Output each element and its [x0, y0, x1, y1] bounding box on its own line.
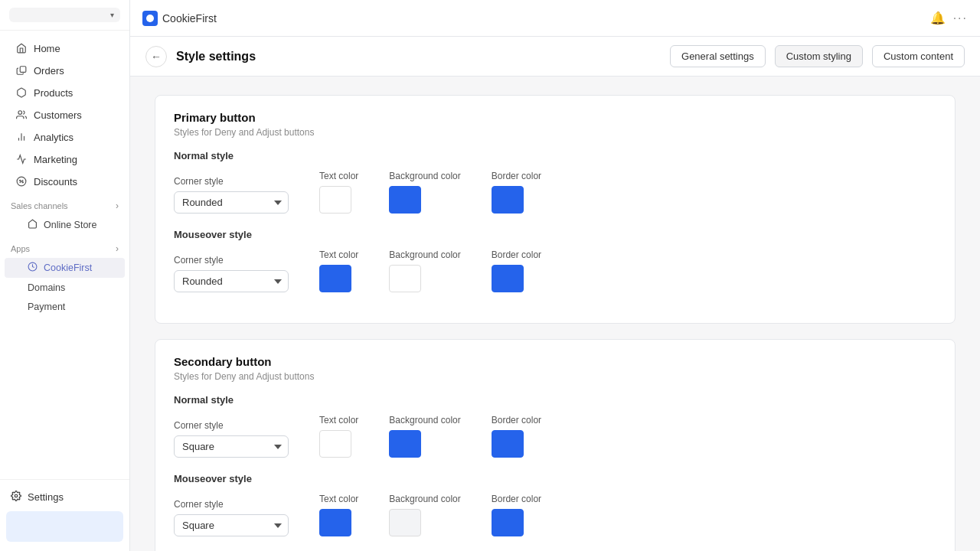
customers-icon	[15, 109, 28, 121]
secondary-normal-corner-select[interactable]: Rounded Square Pill	[174, 435, 289, 458]
secondary-mouseover-corner-field: Corner style Rounded Square Pill	[174, 499, 289, 536]
sidebar-item-online-store[interactable]: Online Store	[5, 215, 125, 235]
secondary-mouseover-border-color-swatch[interactable]	[492, 509, 524, 536]
online-store-label: Online Store	[44, 220, 96, 230]
primary-mouseover-border-color-swatch[interactable]	[492, 265, 524, 292]
primary-normal-text-color-swatch[interactable]	[319, 186, 351, 214]
sidebar-item-customers[interactable]: Customers	[5, 104, 125, 126]
secondary-normal-text-color-label: Text color	[319, 415, 358, 425]
svg-point-11	[146, 15, 154, 22]
payment-label: Payment	[28, 302, 65, 312]
primary-mouseover-style: Mouseover style Corner style Rounded Squ…	[174, 229, 936, 292]
primary-mouseover-corner-field: Corner style Rounded Square Pill	[174, 255, 289, 292]
sidebar-item-products[interactable]: Products	[5, 82, 125, 103]
primary-mouseover-text-color-swatch[interactable]	[319, 265, 351, 292]
sidebar-item-home[interactable]: Home	[5, 37, 125, 59]
secondary-mouseover-bg-color-field: Background color	[389, 494, 460, 536]
page-title: Style settings	[176, 50, 661, 64]
secondary-button-section: Secondary button Styles for Deny and Adj…	[155, 339, 956, 551]
settings-item[interactable]: Settings	[0, 486, 129, 508]
tab-custom-styling[interactable]: Custom styling	[775, 45, 863, 67]
store-selector[interactable]: ▾	[9, 8, 120, 22]
sidebar-item-domains[interactable]: Domains	[5, 279, 125, 297]
apps-expand[interactable]: ›	[116, 243, 119, 254]
primary-normal-border-color-field: Border color	[492, 171, 541, 214]
svg-rect-0	[20, 67, 26, 73]
bell-icon[interactable]: 🔔	[930, 11, 946, 25]
products-icon	[15, 86, 28, 99]
page-header: ← Style settings General settings Custom…	[130, 37, 980, 77]
back-button[interactable]: ←	[145, 46, 167, 67]
sidebar-item-label: Products	[34, 87, 73, 99]
primary-normal-border-color-swatch[interactable]	[492, 186, 524, 214]
main-content: CookieFirst 🔔 ··· ← Style settings Gener…	[130, 0, 980, 551]
sales-channels-expand[interactable]: ›	[116, 201, 119, 211]
secondary-mouseover-border-color-label: Border color	[492, 494, 541, 504]
discounts-icon	[15, 175, 28, 187]
sidebar-item-label: Orders	[34, 65, 64, 77]
sidebar-item-label: Analytics	[34, 132, 74, 143]
secondary-mouseover-bg-color-swatch[interactable]	[389, 509, 421, 536]
primary-mouseover-corner-label: Corner style	[174, 255, 289, 266]
orders-icon	[15, 64, 28, 77]
sidebar-item-cookiefirst[interactable]: CookieFirst	[5, 258, 125, 278]
sidebar-item-label: Home	[34, 43, 60, 54]
primary-mouseover-bg-color-swatch[interactable]	[389, 265, 421, 292]
domains-label: Domains	[28, 282, 65, 293]
sidebar: ▾ Home Orders Products Customers	[0, 0, 130, 551]
sidebar-item-label: Customers	[34, 109, 82, 121]
sidebar-top: ▾	[0, 0, 129, 31]
sidebar-item-discounts[interactable]: Discounts	[5, 171, 125, 192]
apps-section: Apps ›	[0, 236, 129, 257]
primary-button-subtitle: Styles for Deny and Adjust buttons	[174, 127, 936, 138]
secondary-normal-bg-color-swatch[interactable]	[389, 430, 421, 458]
sidebar-item-label: Marketing	[34, 154, 77, 165]
sidebar-item-payment[interactable]: Payment	[5, 298, 125, 316]
svg-point-10	[15, 494, 18, 497]
primary-mouseover-bg-color-field: Background color	[389, 249, 460, 292]
secondary-mouseover-text-color-field: Text color	[319, 494, 358, 536]
secondary-normal-border-color-swatch[interactable]	[492, 430, 524, 458]
secondary-normal-text-color-field: Text color	[319, 415, 358, 458]
secondary-normal-bg-color-label: Background color	[389, 415, 460, 425]
settings-content: Primary button Styles for Deny and Adjus…	[130, 77, 980, 551]
primary-mouseover-bg-color-label: Background color	[389, 249, 460, 260]
secondary-normal-border-color-field: Border color	[492, 415, 541, 458]
sidebar-item-analytics[interactable]: Analytics	[5, 126, 125, 148]
sidebar-navigation: Home Orders Products Customers Analytics	[0, 31, 129, 479]
secondary-mouseover-text-color-swatch[interactable]	[319, 509, 351, 536]
secondary-mouseover-corner-select[interactable]: Rounded Square Pill	[174, 514, 289, 536]
primary-normal-corner-select[interactable]: Rounded Square Pill	[174, 191, 289, 214]
primary-normal-corner-field: Corner style Rounded Square Pill	[174, 176, 289, 214]
primary-mouseover-corner-select[interactable]: Rounded Square Pill	[174, 270, 289, 292]
home-icon	[15, 42, 28, 54]
secondary-normal-style: Normal style Corner style Rounded Square…	[174, 394, 936, 458]
secondary-normal-bg-color-field: Background color	[389, 415, 460, 458]
secondary-button-title: Secondary button	[174, 355, 936, 368]
logo-icon	[142, 11, 158, 26]
sidebar-item-marketing[interactable]: Marketing	[5, 148, 125, 170]
primary-mouseover-text-color-field: Text color	[319, 249, 358, 292]
bottom-promo[interactable]	[6, 511, 123, 542]
secondary-normal-border-color-label: Border color	[492, 415, 541, 425]
secondary-normal-style-row: Corner style Rounded Square Pill Text co…	[174, 415, 936, 458]
secondary-normal-text-color-swatch[interactable]	[319, 430, 351, 458]
marketing-icon	[15, 153, 28, 165]
tab-custom-content[interactable]: Custom content	[872, 45, 965, 67]
svg-point-8	[22, 182, 23, 183]
analytics-icon	[15, 131, 28, 143]
tab-general-settings[interactable]: General settings	[670, 45, 766, 67]
app-bar-icons: 🔔 ···	[930, 11, 968, 25]
store-chevron: ▾	[110, 11, 114, 19]
sidebar-item-orders[interactable]: Orders	[5, 60, 125, 81]
sidebar-bottom: Settings	[0, 479, 129, 551]
sales-channels-section: Sales channels ›	[0, 193, 129, 214]
primary-mouseover-border-color-field: Border color	[492, 249, 541, 292]
cookiefirst-label: CookieFirst	[44, 262, 92, 273]
primary-normal-bg-color-swatch[interactable]	[389, 186, 421, 214]
primary-normal-bg-color-field: Background color	[389, 171, 460, 214]
secondary-button-subtitle: Styles for Deny and Adjust buttons	[174, 371, 936, 382]
primary-mouseover-text-color-label: Text color	[319, 249, 358, 260]
more-icon[interactable]: ···	[953, 11, 968, 25]
settings-icon	[11, 491, 21, 504]
